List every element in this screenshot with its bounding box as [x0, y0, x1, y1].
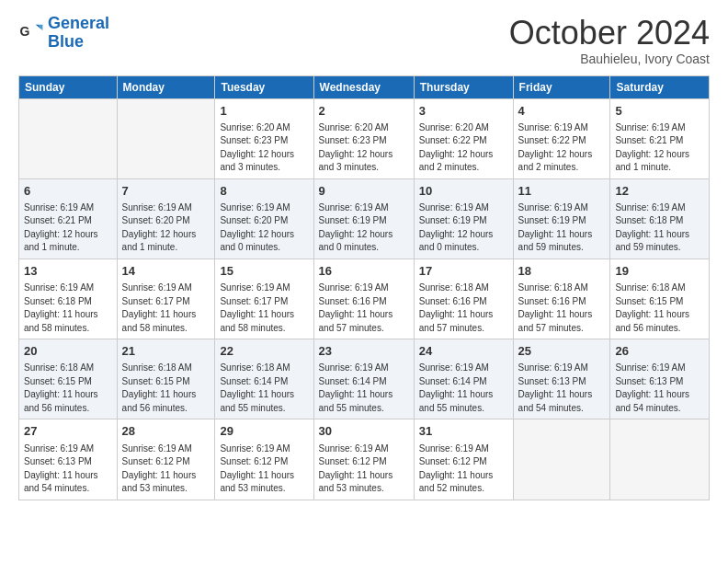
calendar-cell: 28Sunrise: 6:19 AM Sunset: 6:12 PM Dayli…	[117, 419, 215, 500]
calendar-day-header: Saturday	[610, 75, 710, 98]
calendar-cell: 26Sunrise: 6:19 AM Sunset: 6:13 PM Dayli…	[610, 339, 710, 419]
calendar-week-row: 27Sunrise: 6:19 AM Sunset: 6:13 PM Dayli…	[19, 419, 710, 500]
day-info: Sunrise: 6:19 AM Sunset: 6:17 PM Dayligh…	[220, 282, 308, 335]
day-number: 20	[24, 343, 112, 360]
calendar-cell: 14Sunrise: 6:19 AM Sunset: 6:17 PM Dayli…	[117, 259, 215, 339]
day-number: 21	[122, 343, 210, 360]
day-number: 18	[518, 263, 606, 280]
day-info: Sunrise: 6:19 AM Sunset: 6:21 PM Dayligh…	[24, 201, 112, 255]
calendar-day-header: Wednesday	[313, 75, 414, 98]
header: G General Blue October 2024 Bauhieleu, I…	[18, 15, 710, 66]
day-number: 3	[419, 103, 508, 120]
day-number: 5	[615, 103, 704, 120]
page: G General Blue October 2024 Bauhieleu, I…	[0, 0, 728, 563]
day-number: 13	[24, 263, 112, 280]
day-number: 14	[122, 263, 210, 280]
calendar-header-row: SundayMondayTuesdayWednesdayThursdayFrid…	[19, 75, 710, 98]
day-number: 11	[518, 183, 606, 200]
day-number: 27	[24, 423, 112, 440]
calendar-cell: 16Sunrise: 6:19 AM Sunset: 6:16 PM Dayli…	[313, 259, 414, 339]
day-info: Sunrise: 6:19 AM Sunset: 6:21 PM Dayligh…	[615, 121, 704, 175]
day-number: 9	[319, 183, 409, 200]
calendar-cell: 15Sunrise: 6:19 AM Sunset: 6:17 PM Dayli…	[215, 259, 313, 339]
day-info: Sunrise: 6:19 AM Sunset: 6:19 PM Dayligh…	[419, 201, 508, 255]
calendar-cell: 2Sunrise: 6:20 AM Sunset: 6:23 PM Daylig…	[313, 98, 414, 178]
logo-text: General Blue	[48, 15, 109, 52]
day-number: 6	[24, 183, 112, 200]
calendar-week-row: 6Sunrise: 6:19 AM Sunset: 6:21 PM Daylig…	[19, 178, 710, 259]
day-number: 28	[122, 423, 210, 440]
day-info: Sunrise: 6:19 AM Sunset: 6:19 PM Dayligh…	[319, 201, 409, 255]
calendar-cell: 21Sunrise: 6:18 AM Sunset: 6:15 PM Dayli…	[117, 339, 215, 419]
day-number: 26	[615, 343, 704, 360]
calendar-table: SundayMondayTuesdayWednesdayThursdayFrid…	[18, 75, 710, 500]
title-block: October 2024 Bauhieleu, Ivory Coast	[509, 15, 710, 66]
calendar-cell: 17Sunrise: 6:18 AM Sunset: 6:16 PM Dayli…	[414, 259, 513, 339]
calendar-cell: 13Sunrise: 6:19 AM Sunset: 6:18 PM Dayli…	[19, 259, 118, 339]
day-info: Sunrise: 6:19 AM Sunset: 6:17 PM Dayligh…	[122, 282, 210, 335]
day-info: Sunrise: 6:19 AM Sunset: 6:16 PM Dayligh…	[319, 282, 409, 335]
day-number: 8	[220, 183, 308, 200]
day-number: 25	[518, 343, 606, 360]
calendar-cell: 20Sunrise: 6:18 AM Sunset: 6:15 PM Dayli…	[19, 339, 118, 419]
calendar-day-header: Friday	[513, 75, 610, 98]
day-info: Sunrise: 6:20 AM Sunset: 6:23 PM Dayligh…	[220, 121, 308, 175]
calendar-cell: 12Sunrise: 6:19 AM Sunset: 6:18 PM Dayli…	[610, 178, 710, 259]
day-info: Sunrise: 6:18 AM Sunset: 6:15 PM Dayligh…	[615, 282, 704, 335]
location-subtitle: Bauhieleu, Ivory Coast	[509, 52, 710, 66]
day-info: Sunrise: 6:19 AM Sunset: 6:12 PM Dayligh…	[319, 442, 409, 496]
day-info: Sunrise: 6:19 AM Sunset: 6:13 PM Dayligh…	[518, 362, 606, 415]
day-number: 7	[122, 183, 210, 200]
day-info: Sunrise: 6:20 AM Sunset: 6:23 PM Dayligh…	[319, 121, 409, 175]
calendar-cell: 6Sunrise: 6:19 AM Sunset: 6:21 PM Daylig…	[19, 178, 118, 259]
day-number: 16	[319, 263, 409, 280]
calendar-cell: 8Sunrise: 6:19 AM Sunset: 6:20 PM Daylig…	[215, 178, 313, 259]
calendar-cell: 25Sunrise: 6:19 AM Sunset: 6:13 PM Dayli…	[513, 339, 610, 419]
day-number: 19	[615, 263, 704, 280]
logo-icon: G	[18, 20, 44, 46]
day-info: Sunrise: 6:18 AM Sunset: 6:14 PM Dayligh…	[220, 362, 308, 415]
calendar-day-header: Monday	[117, 75, 215, 98]
day-info: Sunrise: 6:18 AM Sunset: 6:16 PM Dayligh…	[419, 282, 508, 335]
calendar-cell: 31Sunrise: 6:19 AM Sunset: 6:12 PM Dayli…	[414, 419, 513, 500]
calendar-cell: 9Sunrise: 6:19 AM Sunset: 6:19 PM Daylig…	[313, 178, 414, 259]
calendar-cell: 11Sunrise: 6:19 AM Sunset: 6:19 PM Dayli…	[513, 178, 610, 259]
day-info: Sunrise: 6:19 AM Sunset: 6:18 PM Dayligh…	[24, 282, 112, 335]
day-info: Sunrise: 6:19 AM Sunset: 6:22 PM Dayligh…	[518, 121, 606, 175]
day-number: 10	[419, 183, 508, 200]
day-number: 30	[319, 423, 409, 440]
day-info: Sunrise: 6:18 AM Sunset: 6:15 PM Dayligh…	[24, 362, 112, 415]
day-info: Sunrise: 6:19 AM Sunset: 6:12 PM Dayligh…	[220, 442, 308, 496]
day-number: 31	[419, 423, 508, 440]
day-info: Sunrise: 6:19 AM Sunset: 6:14 PM Dayligh…	[319, 362, 409, 415]
calendar-cell: 27Sunrise: 6:19 AM Sunset: 6:13 PM Dayli…	[19, 419, 118, 500]
day-number: 12	[615, 183, 704, 200]
day-info: Sunrise: 6:19 AM Sunset: 6:20 PM Dayligh…	[122, 201, 210, 255]
calendar-cell: 30Sunrise: 6:19 AM Sunset: 6:12 PM Dayli…	[313, 419, 414, 500]
calendar-cell: 24Sunrise: 6:19 AM Sunset: 6:14 PM Dayli…	[414, 339, 513, 419]
day-info: Sunrise: 6:19 AM Sunset: 6:14 PM Dayligh…	[419, 362, 508, 415]
calendar-week-row: 1Sunrise: 6:20 AM Sunset: 6:23 PM Daylig…	[19, 98, 710, 178]
calendar-body: 1Sunrise: 6:20 AM Sunset: 6:23 PM Daylig…	[19, 98, 710, 500]
day-info: Sunrise: 6:18 AM Sunset: 6:16 PM Dayligh…	[518, 282, 606, 335]
calendar-cell: 18Sunrise: 6:18 AM Sunset: 6:16 PM Dayli…	[513, 259, 610, 339]
calendar-day-header: Tuesday	[215, 75, 313, 98]
calendar-cell	[19, 98, 118, 178]
calendar-cell: 10Sunrise: 6:19 AM Sunset: 6:19 PM Dayli…	[414, 178, 513, 259]
day-number: 2	[319, 103, 409, 120]
calendar-cell: 22Sunrise: 6:18 AM Sunset: 6:14 PM Dayli…	[215, 339, 313, 419]
day-info: Sunrise: 6:18 AM Sunset: 6:15 PM Dayligh…	[122, 362, 210, 415]
day-info: Sunrise: 6:19 AM Sunset: 6:12 PM Dayligh…	[122, 442, 210, 496]
calendar-cell: 7Sunrise: 6:19 AM Sunset: 6:20 PM Daylig…	[117, 178, 215, 259]
calendar-cell: 29Sunrise: 6:19 AM Sunset: 6:12 PM Dayli…	[215, 419, 313, 500]
calendar-cell: 3Sunrise: 6:20 AM Sunset: 6:22 PM Daylig…	[414, 98, 513, 178]
day-number: 24	[419, 343, 508, 360]
calendar-week-row: 13Sunrise: 6:19 AM Sunset: 6:18 PM Dayli…	[19, 259, 710, 339]
calendar-cell	[117, 98, 215, 178]
calendar-cell: 19Sunrise: 6:18 AM Sunset: 6:15 PM Dayli…	[610, 259, 710, 339]
calendar-cell	[610, 419, 710, 500]
day-info: Sunrise: 6:19 AM Sunset: 6:19 PM Dayligh…	[518, 201, 606, 255]
month-title: October 2024	[509, 15, 710, 52]
day-number: 17	[419, 263, 508, 280]
calendar-cell: 1Sunrise: 6:20 AM Sunset: 6:23 PM Daylig…	[215, 98, 313, 178]
